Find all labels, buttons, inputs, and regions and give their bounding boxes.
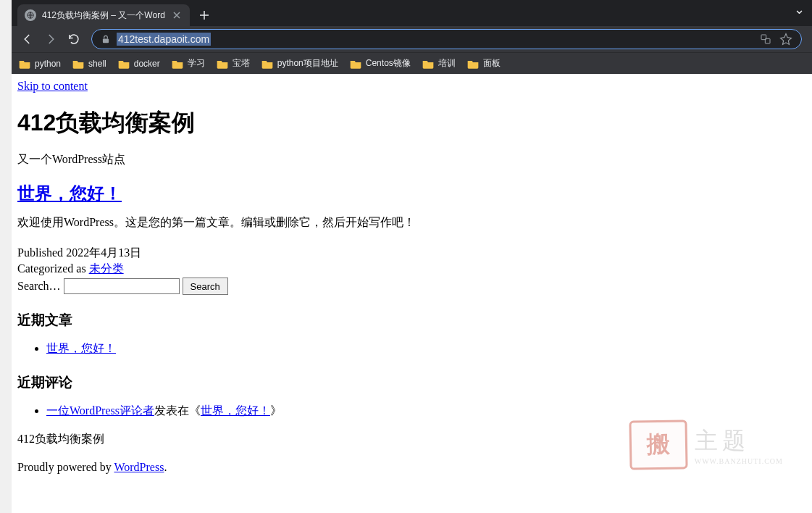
post-excerpt: 欢迎使用WordPress。这是您的第一篇文章。编辑或删除它，然后开始写作吧！ bbox=[17, 215, 806, 230]
bookmark-label: shell bbox=[88, 59, 106, 69]
folder-icon bbox=[19, 59, 30, 69]
forward-button[interactable] bbox=[41, 29, 61, 49]
folder-icon bbox=[72, 59, 84, 69]
category-link[interactable]: 未分类 bbox=[89, 262, 124, 275]
left-edge-strip bbox=[0, 0, 12, 513]
folder-icon bbox=[118, 59, 130, 69]
globe-icon bbox=[25, 9, 36, 21]
footer-powered: Proudly powered by WordPress. bbox=[17, 459, 806, 475]
lock-icon bbox=[101, 34, 111, 44]
new-tab-button[interactable] bbox=[194, 5, 214, 25]
minimize-hint-icon: ⌄ bbox=[794, 1, 805, 17]
post-title-link[interactable]: 世界，您好！ bbox=[17, 183, 122, 203]
folder-icon bbox=[261, 59, 273, 69]
bookmark-label: python项目地址 bbox=[277, 57, 338, 70]
bookmark-python-project[interactable]: python项目地址 bbox=[261, 57, 338, 70]
folder-icon bbox=[217, 59, 228, 69]
address-bar[interactable]: 412test.dapaoit.com bbox=[91, 29, 802, 49]
list-item: 世界，您好！ bbox=[46, 340, 806, 357]
bookmark-baota[interactable]: 宝塔 bbox=[217, 57, 250, 70]
bookmark-docker[interactable]: docker bbox=[118, 59, 160, 69]
page-content: Skip to content 412负载均衡案例 又一个WordPress站点… bbox=[12, 74, 812, 513]
search-input[interactable] bbox=[64, 278, 180, 294]
close-icon[interactable] bbox=[171, 9, 183, 21]
bookmark-study[interactable]: 学习 bbox=[172, 57, 205, 70]
search-form: Search… Search bbox=[17, 278, 806, 295]
site-title: 412负载均衡案例 bbox=[17, 107, 806, 139]
back-button[interactable] bbox=[17, 29, 38, 49]
comment-post-link[interactable]: 世界，您好！ bbox=[201, 404, 270, 417]
bookmark-centos[interactable]: Centos镜像 bbox=[350, 57, 411, 70]
recent-posts-list: 世界，您好！ bbox=[17, 340, 806, 357]
search-button[interactable]: Search bbox=[183, 278, 228, 295]
folder-icon bbox=[350, 59, 361, 69]
bookmark-panel[interactable]: 面板 bbox=[467, 57, 501, 70]
bookmark-label: docker bbox=[134, 59, 160, 69]
translate-icon[interactable] bbox=[759, 33, 772, 46]
folder-icon bbox=[467, 59, 479, 69]
tab-title: 412负载均衡案例 – 又一个Word bbox=[42, 9, 165, 22]
bookmark-python[interactable]: python bbox=[19, 59, 61, 69]
post-category: Categorized as 未分类 bbox=[17, 261, 806, 277]
bookmark-label: 学习 bbox=[188, 57, 205, 70]
folder-icon bbox=[172, 59, 183, 69]
svg-rect-1 bbox=[103, 38, 109, 43]
bookmark-training[interactable]: 培训 bbox=[422, 57, 456, 70]
browser-toolbar: 412test.dapaoit.com bbox=[12, 26, 812, 52]
skip-to-content-link[interactable]: Skip to content bbox=[17, 80, 88, 92]
bookmark-shell[interactable]: shell bbox=[72, 59, 106, 69]
bookmark-label: 面板 bbox=[483, 57, 501, 70]
bookmark-label: 培训 bbox=[438, 57, 456, 70]
browser-tab[interactable]: 412负载均衡案例 – 又一个Word bbox=[17, 4, 190, 26]
comment-author-link[interactable]: 一位WordPress评论者 bbox=[46, 404, 154, 417]
reload-button[interactable] bbox=[64, 29, 84, 49]
bookmark-label: python bbox=[35, 59, 61, 69]
star-icon[interactable] bbox=[779, 33, 792, 46]
recent-post-link[interactable]: 世界，您好！ bbox=[46, 342, 116, 354]
recent-comments-heading: 近期评论 bbox=[17, 373, 806, 392]
folder-icon bbox=[422, 59, 434, 69]
post-published: Published 2022年4月13日 bbox=[17, 245, 806, 261]
bookmark-label: 宝塔 bbox=[233, 57, 250, 70]
browser-chrome: ⌄ 412负载均衡案例 – 又一个Word bbox=[12, 0, 812, 74]
site-tagline: 又一个WordPress站点 bbox=[17, 152, 806, 167]
tab-bar: 412负载均衡案例 – 又一个Word bbox=[12, 0, 812, 26]
bookmark-label: Centos镜像 bbox=[366, 57, 411, 70]
url-text: 412test.dapaoit.com bbox=[117, 33, 211, 46]
footer-site-name: 412负载均衡案例 bbox=[17, 431, 806, 447]
wordpress-link[interactable]: WordPress bbox=[114, 461, 164, 473]
list-item: 一位WordPress评论者发表在《世界，您好！》 bbox=[46, 402, 806, 420]
recent-comments-list: 一位WordPress评论者发表在《世界，您好！》 bbox=[17, 402, 806, 420]
bookmarks-bar: python shell docker 学习 宝塔 python项目地址 Cen… bbox=[12, 52, 812, 74]
recent-posts-heading: 近期文章 bbox=[17, 311, 806, 330]
search-label: Search… bbox=[17, 280, 61, 293]
